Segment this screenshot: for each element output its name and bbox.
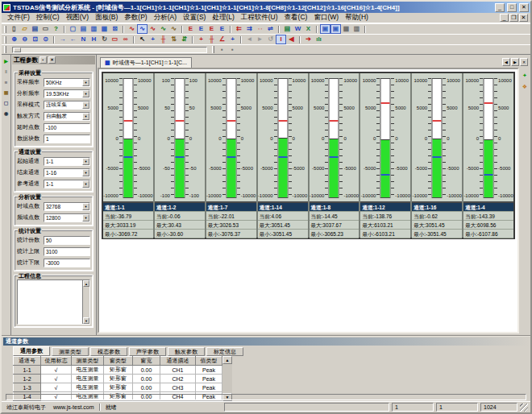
- window-tile-icon[interactable]: ▦: [99, 24, 110, 34]
- time-wave-icon[interactable]: ∿: [127, 24, 137, 34]
- chevron-down-icon[interactable]: ▼: [82, 180, 89, 188]
- marker-left-icon[interactable]: ◀: [286, 35, 297, 44]
- combo-参考通道[interactable]: 1-1▼: [44, 180, 90, 188]
- pin-icon[interactable]: ▪: [39, 56, 47, 64]
- menu-item-1[interactable]: 控制(C): [33, 13, 63, 23]
- chevron-down-icon[interactable]: ▼: [82, 113, 89, 120]
- hand-tool-icon[interactable]: ❖: [521, 82, 530, 91]
- pan-left-icon[interactable]: ←: [68, 35, 78, 44]
- window-vsplit-icon[interactable]: ▥: [89, 24, 99, 34]
- tab-标定信息[interactable]: 标定信息: [206, 347, 243, 356]
- double-cross-icon[interactable]: ╫: [206, 35, 217, 44]
- track-cursor-icon[interactable]: +: [227, 35, 238, 44]
- peak-list-blue-icon[interactable]: E: [196, 24, 206, 34]
- mdi-minimize-button[interactable]: _: [500, 14, 509, 22]
- export-word-icon[interactable]: W: [293, 24, 303, 34]
- document-tab[interactable]: ▦ 时域信号—1-1[CH1]☆1-1[C...: [100, 57, 192, 68]
- maximize-button[interactable]: □: [507, 3, 517, 12]
- chevron-down-icon[interactable]: ▼: [82, 203, 89, 210]
- stop-icon[interactable]: ■: [2, 78, 10, 86]
- compress-x-icon[interactable]: ⇌: [265, 24, 276, 34]
- menu-item-11[interactable]: 帮助(H): [342, 13, 372, 23]
- slope-cursor-icon[interactable]: ∠: [217, 35, 227, 44]
- input-延时点数[interactable]: -100: [44, 123, 90, 132]
- window-hsplit-icon[interactable]: ▤: [78, 24, 89, 34]
- pan-right-icon[interactable]: →: [57, 35, 68, 44]
- trace-mode-icon[interactable]: ▣: [330, 24, 341, 34]
- app-icon[interactable]: [3, 4, 10, 11]
- new-file-icon[interactable]: ▯: [9, 24, 19, 34]
- transfer-wave-icon[interactable]: ∿: [148, 24, 158, 34]
- combo-采样模式[interactable]: 连续采集▼: [44, 101, 90, 110]
- pause-icon[interactable]: ‖: [2, 68, 10, 76]
- valley-list-red-icon[interactable]: E: [206, 24, 217, 34]
- menu-item-4[interactable]: 参数(P): [121, 13, 150, 23]
- cursor-single-icon[interactable]: +: [148, 35, 158, 44]
- chevron-down-icon[interactable]: ▼: [82, 214, 89, 221]
- valley-list-blue-icon[interactable]: E: [217, 24, 227, 34]
- project-icon[interactable]: ▦: [2, 89, 10, 97]
- refresh-disabled-icon[interactable]: ↺: [265, 35, 276, 44]
- minimize-button[interactable]: _: [495, 3, 505, 12]
- find-icon[interactable]: ◉: [2, 110, 10, 118]
- chevron-down-icon[interactable]: ▼: [82, 101, 89, 109]
- table-row[interactable]: 1-2√电压测量矩形窗0.00CH2Peak: [14, 375, 222, 383]
- combo-频域点数[interactable]: 12800▼: [44, 213, 90, 222]
- panel-close-icon[interactable]: ✕: [48, 56, 56, 64]
- zoom-window-icon[interactable]: ⊡: [30, 35, 40, 44]
- tab-通用参数[interactable]: 通用参数: [13, 346, 50, 356]
- project-info-textarea[interactable]: ▲▼: [17, 279, 90, 325]
- cursor-double-icon[interactable]: ╫: [158, 35, 168, 44]
- report-icon[interactable]: ▤: [282, 24, 293, 34]
- cross-wave-icon[interactable]: ∿: [158, 24, 168, 34]
- expand-x-icon[interactable]: ⇔: [255, 24, 265, 34]
- menu-item-2[interactable]: 视图(V): [63, 13, 92, 23]
- scroll-up-icon[interactable]: ▲: [83, 280, 89, 287]
- chevron-down-icon[interactable]: ▼: [82, 90, 89, 97]
- cepstrum-wave-icon[interactable]: ∿: [168, 24, 179, 34]
- block-pause-icon[interactable]: ▪: [217, 45, 227, 55]
- toolbar-grip[interactable]: [212, 46, 214, 53]
- close-button[interactable]: ✕: [519, 3, 529, 12]
- mdi-close-button[interactable]: ✕: [519, 14, 528, 22]
- combo-时域点数[interactable]: 32768▼: [44, 202, 90, 211]
- menu-item-3[interactable]: 面板(B): [92, 13, 121, 23]
- export-excel-icon[interactable]: X: [303, 24, 314, 34]
- menu-item-6[interactable]: 设置(S): [180, 13, 209, 23]
- scroll-down-icon[interactable]: ▼: [83, 317, 89, 324]
- histogram-icon[interactable]: ılı: [314, 35, 324, 44]
- position-slider-handle[interactable]: [14, 48, 21, 52]
- cursor-harmonic-icon[interactable]: ⇅: [168, 35, 179, 44]
- menu-item-8[interactable]: 工程软件(U): [238, 13, 281, 23]
- grid-toggle-icon[interactable]: ▦: [341, 24, 351, 34]
- next-disabled-icon[interactable]: ►: [255, 35, 265, 44]
- combo-采样频率[interactable]: 50KHz▼: [44, 78, 90, 87]
- table-row[interactable]: 1-1√电压测量矩形窗0.00CH1Peak: [14, 366, 222, 375]
- toolbar-grip[interactable]: [4, 36, 6, 43]
- input-统计下限[interactable]: -3000: [44, 259, 90, 267]
- tab-测量类型[interactable]: 测量类型: [52, 347, 89, 356]
- cursor-tool-icon[interactable]: ✦: [521, 71, 530, 80]
- table-row[interactable]: 1-3√电压测量矩形窗0.00CH3Peak: [14, 383, 222, 392]
- input-统计份数[interactable]: 50: [44, 236, 90, 245]
- combo-起始通道[interactable]: 1-1▼: [44, 157, 90, 166]
- input-数据块数[interactable]: 1: [44, 135, 90, 143]
- cross-cursor-icon[interactable]: +: [196, 35, 206, 44]
- legend-toggle-icon[interactable]: ▥: [351, 24, 362, 34]
- menu-item-7[interactable]: 处理(L): [209, 13, 237, 23]
- pointer-icon[interactable]: ↖: [137, 35, 148, 44]
- cursor-side-icon[interactable]: ⇵: [179, 35, 189, 44]
- home-block-icon[interactable]: H: [89, 35, 99, 44]
- shift-right-icon[interactable]: ⇉: [244, 24, 255, 34]
- chevron-down-icon[interactable]: ▼: [82, 158, 89, 165]
- block-stop-icon[interactable]: ▪: [227, 45, 238, 55]
- ibeam-cursor-icon[interactable]: I: [276, 35, 286, 44]
- input-统计上限[interactable]: 3100: [44, 247, 90, 256]
- chevron-down-icon[interactable]: ▼: [82, 79, 89, 86]
- tab-close-icon[interactable]: ✕: [520, 58, 528, 66]
- window-single-icon[interactable]: ▢: [68, 24, 78, 34]
- zoom-reset-icon[interactable]: ⊙: [40, 35, 51, 44]
- cursor-mode-icon[interactable]: ▣: [320, 24, 330, 34]
- zoom-out-icon[interactable]: ⊖: [19, 35, 30, 44]
- resize-grip[interactable]: [520, 404, 528, 412]
